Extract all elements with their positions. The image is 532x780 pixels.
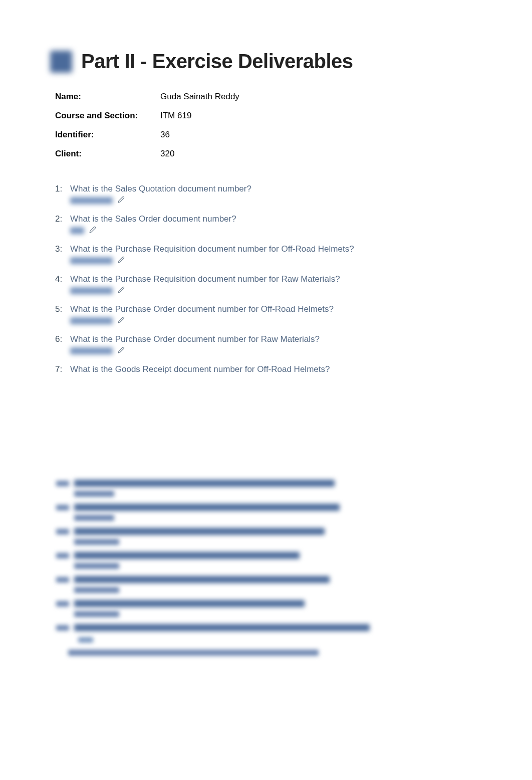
blurred-bottom-line	[68, 650, 319, 656]
question-line: What is the Purchase Requisition documen…	[55, 274, 340, 284]
question-text: What is the Purchase Requisition documen…	[70, 244, 354, 254]
meta-value-name: Guda Sainath Reddy	[160, 92, 239, 102]
meta-row-name: Name: Guda Sainath Reddy	[55, 92, 482, 102]
answer-line	[70, 286, 125, 295]
blurred-number	[56, 505, 69, 510]
question-line: What is the Purchase Requisition documen…	[55, 244, 354, 254]
blurred-answer	[70, 197, 113, 204]
blurred-answer	[70, 317, 113, 324]
blurred-question-text	[74, 600, 305, 607]
blurred-answer-text	[74, 491, 114, 497]
blurred-content	[74, 528, 325, 545]
blurred-answer	[70, 347, 113, 354]
question-text: What is the Goods Receipt document numbe…	[70, 364, 330, 374]
blurred-row	[56, 528, 482, 545]
blurred-number	[56, 625, 69, 631]
answer-line	[70, 346, 125, 355]
question-item: What is the Sales Quotation document num…	[55, 184, 482, 210]
blurred-row	[56, 624, 482, 643]
answer-line	[70, 256, 125, 265]
question-number	[55, 214, 70, 224]
question-item: What is the Goods Receipt document numbe…	[55, 364, 482, 391]
content-gap	[50, 395, 482, 475]
pencil-icon	[118, 196, 125, 205]
blurred-row	[56, 480, 482, 497]
blurred-question-text	[74, 576, 330, 583]
question-text: What is the Sales Order document number?	[70, 214, 236, 224]
blurred-content	[74, 576, 330, 593]
meta-label-name: Name:	[55, 92, 160, 102]
question-number	[55, 274, 70, 284]
pencil-icon	[89, 226, 96, 235]
blurred-question-text	[74, 552, 300, 559]
blurred-answer-text	[74, 515, 114, 521]
blurred-content	[74, 600, 305, 617]
blurred-answer-text	[74, 587, 119, 593]
meta-label-client: Client:	[55, 149, 160, 159]
meta-value-identifier: 36	[160, 130, 170, 140]
blurred-content	[74, 624, 370, 643]
question-line: What is the Purchase Order document numb…	[55, 304, 334, 314]
question-item: What is the Purchase Order document numb…	[55, 334, 482, 360]
answer-line	[70, 196, 125, 205]
question-text: What is the Sales Quotation document num…	[70, 184, 251, 194]
blurred-number	[56, 553, 69, 558]
blurred-content	[74, 504, 340, 521]
blurred-answer	[70, 287, 113, 294]
question-item: What is the Purchase Requisition documen…	[55, 244, 482, 270]
meta-row-client: Client: 320	[55, 149, 482, 159]
page-title: Part II - Exercise Deliverables	[81, 50, 353, 73]
meta-table: Name: Guda Sainath Reddy Course and Sect…	[55, 92, 482, 159]
blurred-row	[56, 504, 482, 521]
meta-label-identifier: Identifier:	[55, 130, 160, 140]
meta-row-course: Course and Section: ITM 619	[55, 111, 482, 121]
questions-list: What is the Sales Quotation document num…	[55, 184, 482, 391]
meta-label-course: Course and Section:	[55, 111, 160, 121]
question-number	[55, 304, 70, 314]
question-item: What is the Purchase Order document numb…	[55, 304, 482, 330]
blurred-question-text	[74, 528, 325, 535]
blurred-row	[56, 576, 482, 593]
question-number	[55, 244, 70, 254]
question-number	[55, 364, 70, 374]
blurred-number	[56, 577, 69, 582]
blurred-number	[56, 601, 69, 607]
question-number	[55, 184, 70, 194]
blurred-small-text	[78, 637, 93, 643]
blurred-answer-text	[74, 563, 119, 569]
blurred-question-text	[74, 504, 340, 511]
blurred-question-text	[74, 624, 370, 631]
blurred-answer-text	[74, 539, 119, 545]
question-item: What is the Sales Order document number?	[55, 214, 482, 240]
question-line: What is the Purchase Order document numb…	[55, 334, 320, 344]
blurred-number	[56, 481, 69, 486]
meta-value-course: ITM 619	[160, 111, 191, 121]
question-line: What is the Goods Receipt document numbe…	[55, 364, 330, 374]
question-item: What is the Purchase Requisition documen…	[55, 274, 482, 300]
pencil-icon	[118, 256, 125, 265]
blurred-answer	[70, 257, 113, 264]
blurred-content	[74, 552, 300, 569]
blurred-content	[74, 480, 335, 497]
meta-value-client: 320	[160, 149, 174, 159]
blurred-question-text	[74, 480, 335, 487]
blurred-row	[56, 552, 482, 569]
question-number	[55, 334, 70, 344]
meta-row-identifier: Identifier: 36	[55, 130, 482, 140]
blurred-answer-text	[74, 611, 119, 617]
blurred-questions-block	[56, 480, 482, 643]
pencil-icon	[118, 346, 125, 355]
question-line: What is the Sales Quotation document num…	[55, 184, 251, 194]
question-text: What is the Purchase Requisition documen…	[70, 274, 340, 284]
title-blurred-icon	[50, 51, 72, 73]
pencil-icon	[118, 286, 125, 295]
blurred-answer	[70, 227, 84, 234]
answer-line	[70, 316, 125, 325]
answer-line	[70, 226, 96, 235]
question-line: What is the Sales Order document number?	[55, 214, 236, 224]
pencil-icon	[118, 316, 125, 325]
blurred-number	[56, 529, 69, 534]
question-text: What is the Purchase Order document numb…	[70, 334, 320, 344]
page-title-row: Part II - Exercise Deliverables	[50, 50, 482, 73]
question-text: What is the Purchase Order document numb…	[70, 304, 334, 314]
